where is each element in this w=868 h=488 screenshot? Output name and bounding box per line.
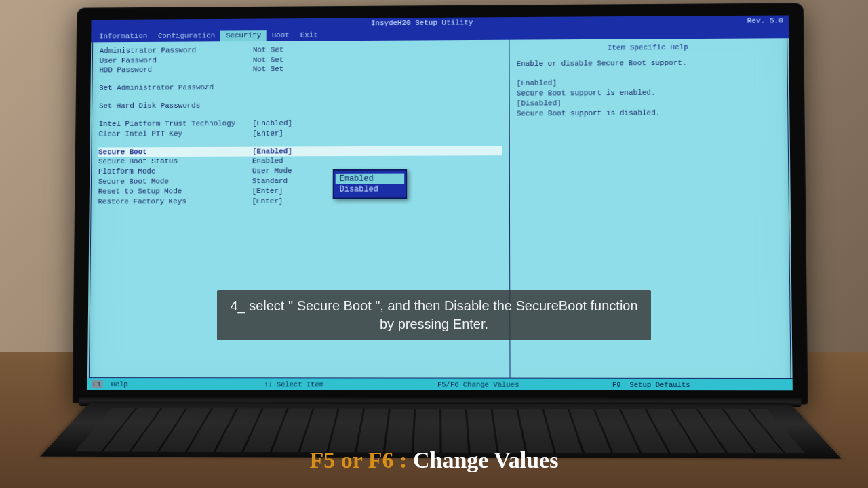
setting-value: [Enabled] bbox=[252, 119, 292, 129]
caption-keys: F5 or F6 : bbox=[310, 447, 413, 472]
setting-value: User Mode bbox=[252, 166, 292, 176]
setting-row[interactable]: Reset to Setup Mode[Enter] bbox=[98, 186, 503, 197]
setting-label: Secure Boot Status bbox=[98, 157, 252, 167]
popup-option-enabled[interactable]: Enabled bbox=[336, 173, 404, 184]
footer-exit-label: Exit bbox=[108, 390, 125, 390]
help-text: Enable or disable Secure Boot support. [… bbox=[517, 58, 781, 119]
footer-col1: F1 Help Esc Exit bbox=[92, 380, 264, 391]
bios-footer: F1 Help Esc Exit ↑↓ Select Item ←→ Selec… bbox=[87, 378, 793, 391]
video-caption: F5 or F6 : Change Values bbox=[0, 447, 868, 473]
help-line: Secure Boot support is disabled. bbox=[517, 108, 781, 119]
setting-label: Secure Boot Mode bbox=[98, 176, 252, 186]
setting-value: Not Set bbox=[253, 45, 284, 55]
footer-col2: ↑↓ Select Item ←→ Select Menu bbox=[264, 380, 437, 390]
esc-key: Esc bbox=[92, 390, 104, 390]
setting-label: Set Administrator Password bbox=[99, 83, 252, 94]
setting-label: User Password bbox=[100, 55, 253, 66]
setting-value: [Enter] bbox=[252, 197, 283, 207]
secure-boot-popup[interactable]: Enabled Disabled bbox=[333, 169, 408, 199]
setting-label: HDD Password bbox=[99, 65, 252, 76]
setting-label: Secure Boot bbox=[98, 146, 252, 157]
setting-label: Administrator Password bbox=[100, 45, 253, 56]
setting-value: Standard bbox=[252, 176, 288, 186]
setting-value: [Enabled] bbox=[252, 146, 292, 157]
f1-key: F1 bbox=[92, 380, 103, 388]
footer-help-label: Help bbox=[111, 380, 128, 388]
video-subtitle: 4_ select " Secure Boot ", and then Disa… bbox=[217, 290, 651, 340]
tab-exit[interactable]: Exit bbox=[295, 29, 323, 41]
setting-label: Restore Factory Keys bbox=[98, 197, 252, 207]
footer-col3: F5/F6 Change Values Enter Select ▶ SubMe… bbox=[437, 380, 612, 390]
caption-desc: Change Values bbox=[413, 447, 558, 472]
setting-value: Enabled bbox=[252, 157, 283, 167]
setting-value: [Enter] bbox=[252, 129, 283, 139]
setting-value: [Enter] bbox=[252, 186, 283, 197]
tab-security[interactable]: Security bbox=[220, 30, 267, 41]
tab-boot[interactable]: Boot bbox=[267, 30, 295, 41]
setting-value: Not Set bbox=[253, 64, 284, 75]
help-title: Item Specific Help bbox=[517, 42, 781, 54]
tab-configuration[interactable]: Configuration bbox=[153, 30, 220, 41]
tab-information[interactable]: Information bbox=[94, 30, 153, 42]
titlebar-right: Rev. 5.0 bbox=[747, 16, 783, 26]
setting-label: Clear Intel PTT Key bbox=[98, 129, 252, 140]
footer-col4: F9 Setup Defaults F10 Save and Exit bbox=[612, 380, 789, 390]
setting-label: Reset to Setup Mode bbox=[98, 186, 252, 197]
screen-bezel: InsydeH20 Setup Utility Rev. 5.0 Informa… bbox=[73, 3, 808, 404]
setting-value: Not Set bbox=[253, 55, 284, 65]
setting-label: Set Hard Disk Passwords bbox=[99, 101, 253, 112]
setting-label: Intel Platform Trust Technology bbox=[99, 119, 253, 129]
setting-row[interactable]: Restore Factory Keys[Enter] bbox=[98, 196, 502, 207]
popup-option-disabled[interactable]: Disabled bbox=[336, 184, 405, 195]
laptop: InsydeH20 Setup Utility Rev. 5.0 Informa… bbox=[71, 3, 808, 487]
setting-label: Platform Mode bbox=[98, 167, 252, 177]
